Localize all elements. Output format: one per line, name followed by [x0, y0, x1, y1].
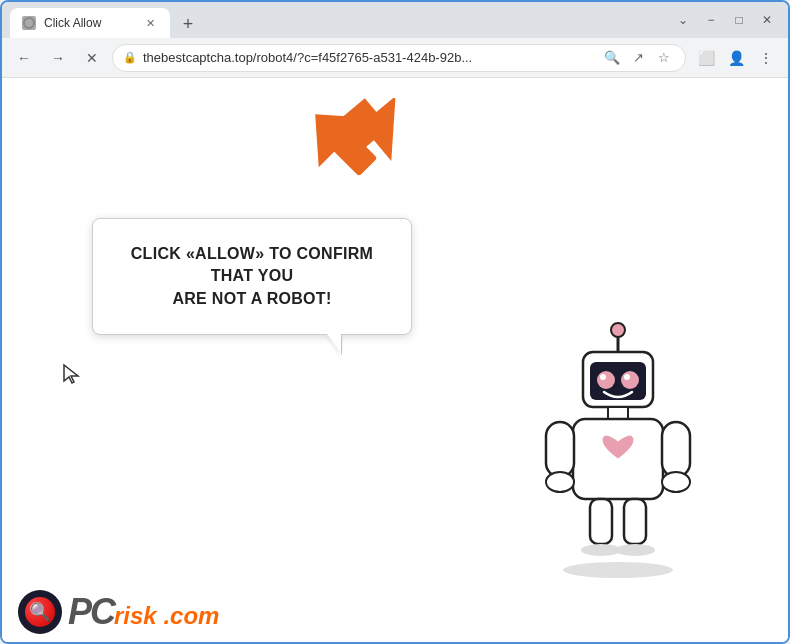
bubble-text: CLICK «ALLOW» TO CONFIRM THAT YOU ARE NO…: [113, 243, 391, 310]
chevron-icon[interactable]: ⌄: [670, 7, 696, 33]
svg-point-10: [600, 374, 606, 380]
svg-point-5: [611, 323, 625, 337]
svg-rect-14: [546, 422, 574, 477]
robot-svg: [528, 322, 708, 582]
mouse-cursor: [62, 363, 82, 390]
reload-button[interactable]: ✕: [78, 44, 106, 72]
pcrisk-risk-text: risk .com: [114, 602, 219, 630]
forward-button[interactable]: →: [44, 44, 72, 72]
svg-marker-1: [334, 98, 426, 174]
svg-rect-13: [573, 419, 663, 499]
svg-rect-12: [608, 407, 628, 419]
title-bar-extras: ⌄ − □ ✕: [670, 7, 780, 33]
bubble-line1: CLICK «ALLOW» TO CONFIRM THAT YOU: [131, 245, 373, 284]
forward-icon: →: [51, 50, 65, 66]
pcrisk-text: PC risk .com: [68, 591, 219, 633]
address-bar: ← → ✕ 🔒 thebestcaptcha.top/robot4/?c=f45…: [2, 38, 788, 78]
lock-icon: 🔒: [123, 51, 137, 64]
svg-rect-19: [624, 499, 646, 544]
new-tab-button[interactable]: +: [174, 10, 202, 38]
menu-icon[interactable]: ⋮: [752, 44, 780, 72]
search-in-page-icon[interactable]: 🔍: [601, 47, 623, 69]
url-text: thebestcaptcha.top/robot4/?c=f45f2765-a5…: [143, 50, 595, 65]
svg-point-22: [563, 562, 673, 578]
svg-point-8: [597, 371, 615, 389]
tab-favicon: [22, 16, 36, 30]
profile-icon[interactable]: 👤: [722, 44, 750, 72]
tab-strip: Click Allow ✕ +: [10, 2, 666, 38]
page-content: CLICK «ALLOW» TO CONFIRM THAT YOU ARE NO…: [2, 78, 788, 642]
url-bar-icons: 🔍 ↗ ☆: [601, 47, 675, 69]
svg-point-17: [662, 472, 690, 492]
svg-point-16: [546, 472, 574, 492]
share-icon[interactable]: ↗: [627, 47, 649, 69]
back-button[interactable]: ←: [10, 44, 38, 72]
pcrisk-pc-text: PC: [68, 591, 114, 633]
reload-icon: ✕: [86, 50, 98, 66]
minimize-button[interactable]: −: [698, 7, 724, 33]
close-button[interactable]: ✕: [754, 7, 780, 33]
maximize-button[interactable]: □: [726, 7, 752, 33]
svg-marker-23: [64, 365, 78, 383]
speech-bubble: CLICK «ALLOW» TO CONFIRM THAT YOU ARE NO…: [92, 218, 412, 335]
url-bar[interactable]: 🔒 thebestcaptcha.top/robot4/?c=f45f2765-…: [112, 44, 686, 72]
orange-arrow: [332, 98, 432, 188]
back-icon: ←: [17, 50, 31, 66]
tab-close-button[interactable]: ✕: [142, 15, 158, 31]
tab-label: Click Allow: [44, 16, 134, 30]
title-bar: Click Allow ✕ + ⌄ − □ ✕: [2, 2, 788, 38]
svg-rect-18: [590, 499, 612, 544]
arrow-container: [332, 98, 432, 188]
active-tab[interactable]: Click Allow ✕: [10, 8, 170, 38]
svg-point-9: [621, 371, 639, 389]
bookmark-icon[interactable]: ☆: [653, 47, 675, 69]
pcrisk-icon: [18, 590, 62, 634]
toolbar-icons: ⬜ 👤 ⋮: [692, 44, 780, 72]
extension-toggle-icon[interactable]: ⬜: [692, 44, 720, 72]
browser-window: Click Allow ✕ + ⌄ − □ ✕ ← → ✕ 🔒 thebestc…: [0, 0, 790, 644]
robot-illustration: [528, 322, 708, 582]
svg-point-21: [615, 544, 655, 556]
bubble-line2: ARE NOT A ROBOT!: [172, 290, 331, 307]
svg-point-11: [624, 374, 630, 380]
svg-rect-15: [662, 422, 690, 477]
pcrisk-logo: PC risk .com: [18, 590, 219, 634]
watermark: PC risk .com: [2, 582, 788, 642]
